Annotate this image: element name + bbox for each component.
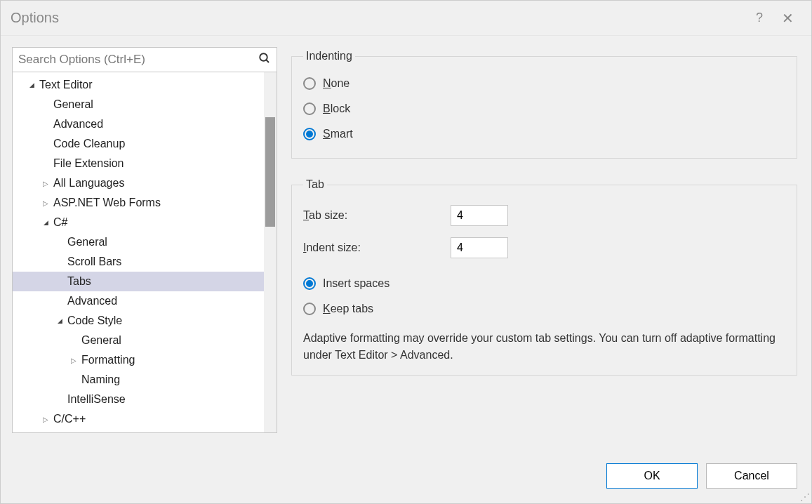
- radio-icon: [303, 77, 316, 90]
- tree-item[interactable]: ▷C/C++: [13, 409, 264, 429]
- dialog-footer: OK Cancel: [1, 458, 811, 503]
- indenting-group: Indenting None Block Smart: [291, 50, 797, 159]
- tree-item-label: IntelliSense: [67, 393, 126, 406]
- indenting-legend: Indenting: [303, 50, 355, 62]
- tree-item-label: Advanced: [67, 295, 117, 307]
- tree-item-label: C#: [53, 216, 67, 229]
- resize-grip-icon[interactable]: ⋰: [800, 492, 810, 502]
- tree-item[interactable]: ▷File Extension: [13, 154, 264, 173]
- tree-item[interactable]: ▷Advanced: [13, 291, 264, 311]
- tree-item[interactable]: ▷Naming: [13, 370, 264, 390]
- radio-label: None: [323, 77, 350, 90]
- radio-label: Keep tabs: [323, 303, 373, 315]
- tree-item-label: All Languages: [53, 177, 124, 190]
- tab-size-label: Tab size:: [303, 209, 451, 222]
- radio-label: Smart: [323, 128, 353, 140]
- tab-group: Tab Tab size: Indent size: Insert spaces…: [291, 178, 797, 376]
- radio-label: Insert spaces: [323, 277, 390, 290]
- radio-icon: [303, 102, 316, 115]
- keep-tabs-radio[interactable]: Keep tabs: [303, 296, 785, 321]
- tree-item[interactable]: ▷Code Cleanup: [13, 134, 264, 154]
- tab-legend: Tab: [303, 178, 327, 191]
- tree-item-label: General: [67, 236, 107, 248]
- tree-item-label: Code Cleanup: [53, 138, 125, 150]
- help-icon[interactable]: ?: [745, 11, 773, 25]
- options-tree[interactable]: ◢Text Editor▷General▷Advanced▷Code Clean…: [13, 72, 264, 432]
- radio-label: Block: [323, 102, 350, 115]
- scrollbar-thumb[interactable]: [265, 117, 275, 227]
- tree-item[interactable]: ◢C#: [13, 213, 264, 232]
- tree-item-label: Naming: [81, 373, 120, 386]
- tab-size-row: Tab size:: [303, 199, 785, 232]
- tree-item[interactable]: ◢Text Editor: [13, 75, 264, 95]
- adaptive-formatting-note: Adaptive formatting may override your cu…: [303, 330, 785, 364]
- expand-icon[interactable]: ◢: [55, 317, 65, 324]
- tree-item-label: C/C++: [53, 413, 86, 425]
- insert-spaces-radio[interactable]: Insert spaces: [303, 271, 785, 296]
- tree-item[interactable]: ▷General: [13, 232, 264, 252]
- tree-item-label: Scroll Bars: [67, 256, 121, 268]
- radio-icon: [303, 128, 316, 140]
- radio-icon: [303, 277, 316, 290]
- indent-size-input[interactable]: [451, 237, 508, 258]
- indenting-none-radio[interactable]: None: [303, 71, 785, 96]
- indent-size-row: Indent size:: [303, 232, 785, 264]
- tree-container: ◢Text Editor▷General▷Advanced▷Code Clean…: [12, 72, 277, 433]
- tree-scrollbar[interactable]: [264, 72, 277, 432]
- cancel-button[interactable]: Cancel: [706, 463, 797, 489]
- tree-item[interactable]: ▷All Languages: [13, 173, 264, 193]
- indenting-smart-radio[interactable]: Smart: [303, 121, 785, 147]
- tree-item[interactable]: ▷Formatting: [13, 350, 264, 370]
- titlebar: Options ? ✕: [1, 1, 811, 36]
- radio-icon: [303, 303, 316, 315]
- right-panel: Indenting None Block Smart Tab Tab size:: [291, 47, 800, 458]
- tree-item-label: Code Style: [67, 314, 122, 327]
- tree-item[interactable]: ▷Tabs: [13, 272, 264, 291]
- svg-line-1: [266, 60, 269, 62]
- tree-item[interactable]: ▷General: [13, 331, 264, 350]
- search-box-wrap[interactable]: [12, 47, 277, 72]
- tree-item-label: Advanced: [53, 118, 103, 131]
- search-icon[interactable]: [258, 52, 271, 67]
- svg-point-0: [260, 53, 267, 61]
- ok-button[interactable]: OK: [606, 463, 698, 489]
- dialog-title: Options: [11, 10, 745, 26]
- indent-size-label: Indent size:: [303, 241, 451, 254]
- collapse-icon[interactable]: ▷: [41, 180, 51, 187]
- indenting-block-radio[interactable]: Block: [303, 96, 785, 121]
- tree-item-label: General: [53, 98, 93, 111]
- tree-item[interactable]: ◢Code Style: [13, 311, 264, 331]
- close-icon[interactable]: ✕: [773, 10, 801, 27]
- tree-item[interactable]: ▷Advanced: [13, 114, 264, 134]
- tree-item-label: General: [81, 334, 121, 347]
- tree-item-label: Formatting: [81, 354, 135, 366]
- left-panel: ◢Text Editor▷General▷Advanced▷Code Clean…: [12, 47, 277, 458]
- collapse-icon[interactable]: ▷: [41, 416, 51, 423]
- tree-item[interactable]: ▷ASP.NET Web Forms: [13, 193, 264, 213]
- expand-icon[interactable]: ◢: [41, 219, 51, 226]
- expand-icon[interactable]: ◢: [27, 81, 36, 88]
- collapse-icon[interactable]: ▷: [41, 199, 51, 207]
- search-input[interactable]: [18, 53, 258, 67]
- tree-item-label: Tabs: [67, 275, 91, 288]
- tree-item[interactable]: ▷General: [13, 95, 264, 114]
- tab-size-input[interactable]: [451, 205, 508, 226]
- tree-item-label: Text Editor: [39, 79, 93, 91]
- tree-item[interactable]: ▷Scroll Bars: [13, 252, 264, 272]
- tree-item[interactable]: ▷IntelliSense: [13, 390, 264, 409]
- collapse-icon[interactable]: ▷: [69, 357, 79, 364]
- options-dialog: Options ? ✕ ◢Text Editor▷General▷Advance…: [0, 0, 812, 504]
- tree-item-label: ASP.NET Web Forms: [53, 197, 161, 209]
- tree-item-label: File Extension: [53, 157, 124, 170]
